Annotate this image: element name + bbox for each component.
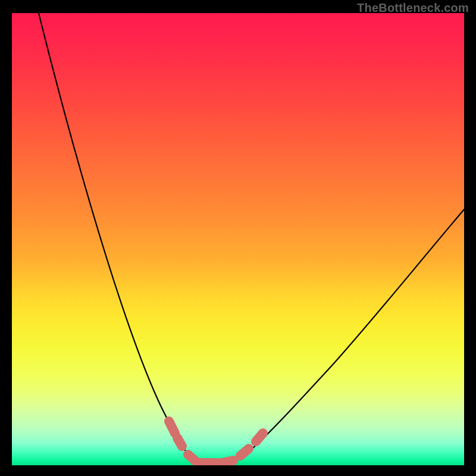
marker-capsule: [256, 433, 263, 441]
plot-area: [12, 13, 464, 465]
marker-capsule: [240, 449, 249, 456]
curve-left-branch: [39, 13, 219, 464]
curve-svg: [12, 13, 464, 465]
highlight-markers: [169, 421, 263, 463]
curve-right-branch: [220, 209, 464, 464]
chart-frame: TheBottleneck.com: [0, 0, 476, 476]
marker-capsule: [221, 461, 233, 463]
marker-capsule: [169, 421, 175, 433]
marker-capsule: [188, 455, 196, 462]
marker-capsule: [177, 438, 182, 446]
